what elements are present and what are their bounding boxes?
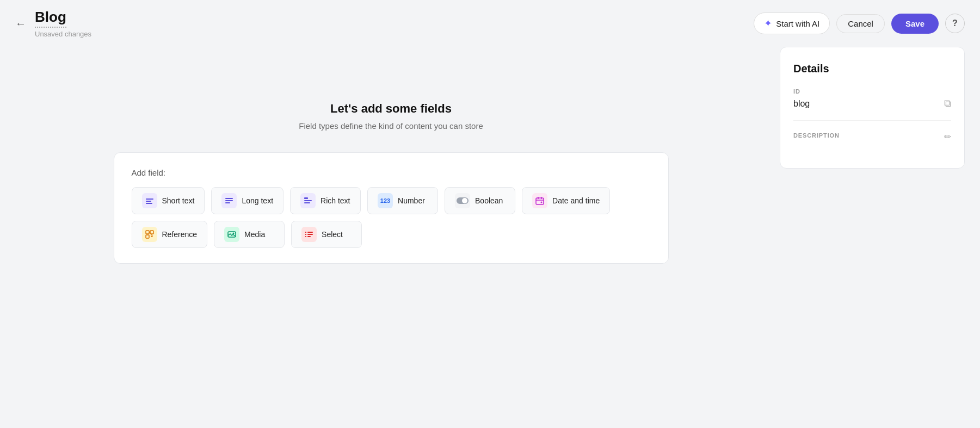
field-type-reference-button[interactable]: Reference	[132, 221, 208, 248]
description-label: DESCRIPTION	[793, 132, 840, 139]
topbar-right: ✦ Start with AI Cancel Save ?	[754, 13, 965, 34]
description-row: DESCRIPTION ✏	[793, 132, 951, 142]
topbar-left: ← Blog Unsaved changes	[15, 9, 91, 38]
boolean-icon	[455, 193, 470, 208]
help-button[interactable]: ?	[945, 14, 965, 33]
reference-icon	[142, 227, 157, 242]
field-type-media-button[interactable]: Media	[214, 221, 285, 248]
empty-state-subtitle: Field types define the kind of content y…	[299, 121, 483, 131]
media-icon	[224, 227, 239, 242]
right-panel: Details ID blog ⧉ DESCRIPTION ✏	[780, 47, 965, 319]
add-field-label: Add field:	[132, 168, 651, 177]
field-type-short-text-button[interactable]: Short text	[132, 187, 205, 214]
field-type-date-time-button[interactable]: Date and time	[522, 187, 610, 214]
svg-rect-11	[536, 198, 544, 204]
cancel-button[interactable]: Cancel	[836, 14, 885, 33]
svg-rect-8	[304, 202, 310, 203]
svg-rect-15	[146, 235, 149, 238]
svg-rect-13	[146, 231, 149, 234]
svg-rect-5	[225, 202, 230, 203]
svg-rect-19	[307, 232, 313, 233]
svg-rect-14	[150, 231, 153, 234]
empty-state: Let's add some fields Field types define…	[299, 102, 483, 131]
back-button[interactable]: ←	[15, 17, 26, 30]
field-type-rich-text-button[interactable]: Rich text	[290, 187, 361, 214]
long-text-icon	[221, 193, 237, 208]
id-row-header: blog ⧉	[793, 98, 951, 109]
id-row: ID blog ⧉	[793, 88, 951, 109]
save-button[interactable]: Save	[891, 14, 939, 34]
title-block: Blog Unsaved changes	[35, 9, 91, 38]
id-label: ID	[793, 88, 951, 95]
number-label: Number	[398, 196, 425, 205]
svg-rect-4	[225, 200, 233, 201]
svg-rect-0	[146, 199, 153, 200]
field-types-grid: Short textLong textRich text123NumberBoo…	[132, 187, 651, 248]
date-time-label: Date and time	[552, 196, 600, 205]
svg-point-10	[462, 198, 467, 203]
description-row-header: DESCRIPTION ✏	[793, 132, 951, 142]
long-text-label: Long text	[242, 196, 273, 205]
svg-rect-6	[304, 197, 308, 199]
start-with-ai-button[interactable]: ✦ Start with AI	[754, 13, 830, 34]
rich-text-label: Rich text	[320, 196, 350, 205]
unsaved-status: Unsaved changes	[35, 30, 91, 38]
divider	[793, 120, 951, 121]
field-type-boolean-button[interactable]: Boolean	[445, 187, 515, 214]
svg-rect-21	[307, 234, 313, 235]
svg-rect-18	[305, 232, 306, 233]
short-text-label: Short text	[162, 196, 195, 205]
center-area: Let's add some fields Field types define…	[15, 47, 767, 319]
topbar: ← Blog Unsaved changes ✦ Start with AI C…	[0, 0, 980, 47]
date-time-icon	[532, 193, 547, 208]
media-label: Media	[244, 230, 265, 239]
select-label: Select	[322, 230, 343, 239]
svg-rect-2	[146, 203, 152, 204]
select-icon	[301, 227, 317, 242]
field-type-select-button[interactable]: Select	[291, 221, 362, 248]
reference-label: Reference	[162, 230, 198, 239]
details-title: Details	[793, 63, 951, 75]
svg-rect-3	[225, 198, 233, 199]
boolean-label: Boolean	[475, 196, 503, 205]
empty-state-title: Let's add some fields	[299, 102, 483, 116]
svg-rect-22	[305, 236, 306, 237]
field-type-number-button[interactable]: 123Number	[367, 187, 438, 214]
svg-rect-20	[305, 234, 306, 235]
svg-rect-7	[304, 200, 312, 201]
svg-point-17	[233, 233, 235, 234]
svg-rect-23	[307, 236, 311, 237]
copy-id-button[interactable]: ⧉	[944, 98, 951, 109]
add-field-card: Add field: Short textLong textRich text1…	[114, 152, 669, 264]
id-value: blog	[793, 99, 810, 109]
number-icon: 123	[378, 193, 393, 208]
field-type-long-text-button[interactable]: Long text	[211, 187, 283, 214]
rich-text-icon	[300, 193, 316, 208]
svg-rect-1	[146, 201, 151, 202]
main-layout: Let's add some fields Field types define…	[0, 47, 980, 334]
edit-description-button[interactable]: ✏	[944, 132, 951, 142]
details-card: Details ID blog ⧉ DESCRIPTION ✏	[780, 47, 965, 169]
svg-point-12	[541, 202, 543, 203]
page-title: Blog	[35, 9, 66, 28]
short-text-icon	[142, 193, 157, 208]
sparkle-icon: ✦	[764, 17, 772, 29]
